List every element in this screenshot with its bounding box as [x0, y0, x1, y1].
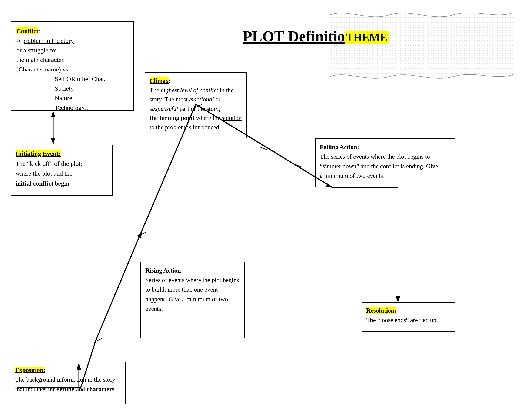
svg-line-15	[260, 147, 268, 150]
falling-term: Falling Action:	[320, 144, 359, 150]
climax-term: Climax	[150, 77, 169, 84]
climax-box: Climax: The highest level of conflict in…	[145, 72, 247, 138]
conflict-term: Conflict	[16, 28, 38, 35]
initiating-term: Initiating Event:	[16, 150, 61, 157]
exposition-box: Exposition: The background information i…	[11, 362, 125, 404]
initiating-event-box: Initiating Event: The “kick off” of the …	[11, 145, 113, 196]
rising-action-box: Rising Action: Series of events where th…	[141, 262, 245, 338]
svg-line-16	[294, 164, 302, 167]
conflict-box: Conflict: A problem in the story or a st…	[11, 21, 134, 111]
exposition-term: Exposition:	[15, 366, 45, 373]
rising-term: Rising Action:	[145, 267, 183, 274]
svg-line-9	[140, 232, 142, 235]
svg-line-7	[94, 338, 102, 343]
svg-line-8	[96, 234, 141, 340]
theme-flag	[326, 6, 517, 83]
svg-line-10	[138, 232, 146, 236]
falling-action-box: Falling Action: The series of events whe…	[315, 138, 456, 187]
resolution-box: Resolution: The “loose ends” are tied up…	[362, 302, 456, 332]
resolution-term: Resolution:	[366, 307, 397, 314]
